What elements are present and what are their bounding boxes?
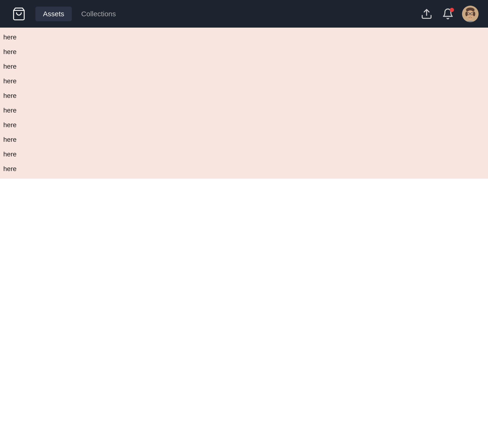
here-item: here (0, 132, 488, 147)
here-item: here (0, 88, 488, 103)
pink-section: herehereherehereherehereherehereherehere (0, 28, 488, 179)
here-item: here (0, 103, 488, 118)
upload-icon (421, 8, 432, 20)
nav-tabs: Assets Collections (35, 7, 123, 21)
logo-icon[interactable] (9, 4, 28, 23)
here-item: here (0, 74, 488, 88)
tab-collections[interactable]: Collections (74, 7, 123, 21)
notification-badge (450, 8, 454, 12)
svg-point-9 (465, 12, 468, 16)
tab-assets[interactable]: Assets (35, 7, 72, 21)
here-item: here (0, 162, 488, 176)
here-item: here (0, 118, 488, 132)
here-item: here (0, 45, 488, 59)
navbar: Assets Collections (0, 0, 488, 28)
notification-button[interactable] (441, 7, 455, 21)
avatar-image (462, 6, 479, 22)
main-content: herehereherehereherehereherehereherehere (0, 28, 488, 448)
svg-point-10 (473, 12, 475, 16)
navbar-actions (420, 6, 479, 22)
here-item: here (0, 147, 488, 162)
svg-point-8 (470, 16, 471, 16)
here-item: here (0, 59, 488, 74)
upload-button[interactable] (420, 7, 434, 21)
here-item: here (0, 30, 488, 45)
svg-rect-11 (469, 18, 472, 20)
avatar[interactable] (462, 6, 479, 22)
